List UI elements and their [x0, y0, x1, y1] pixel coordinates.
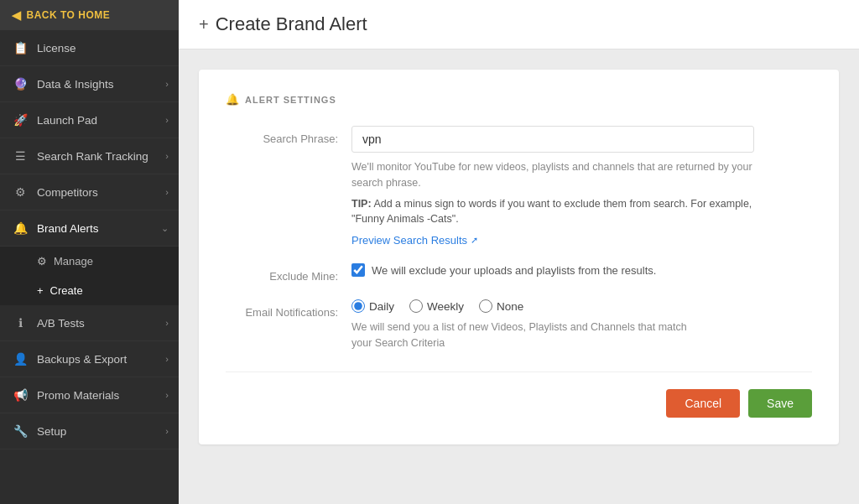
section-title: 🔔 ALERT SETTINGS — [226, 93, 812, 106]
sidebar-item-launch-pad[interactable]: 🚀 Launch Pad › — [0, 102, 179, 138]
preview-link-text: Preview Search Results — [351, 234, 467, 247]
chevron-down-icon: ⌄ — [161, 223, 169, 234]
chevron-right-icon: › — [165, 354, 169, 364]
chevron-right-icon: › — [165, 151, 169, 161]
manage-icon: ⚙ — [37, 255, 47, 268]
chevron-right-icon: › — [165, 115, 169, 125]
preview-search-results-link[interactable]: Preview Search Results ➚ — [351, 234, 478, 247]
email-notifications-label: Email Notifications: — [226, 299, 351, 319]
tip-bold: TIP: — [351, 198, 372, 210]
chevron-right-icon: › — [165, 390, 169, 400]
exclude-mine-row: Exclude Mine: We will exclude your uploa… — [226, 263, 812, 283]
search-phrase-row: Search Phrase: We'll monitor YouTube for… — [226, 126, 812, 247]
search-phrase-label: Search Phrase: — [226, 126, 351, 145]
radio-weekly-option[interactable]: Weekly — [409, 299, 464, 313]
sidebar-sub-item-manage[interactable]: ⚙ Manage — [0, 247, 179, 276]
page-title: Create Brand Alert — [216, 13, 367, 35]
chevron-right-icon: › — [165, 318, 169, 328]
sidebar-item-label: Search Rank Tracking — [37, 150, 148, 163]
exclude-mine-label: Exclude Mine: — [226, 263, 351, 283]
sidebar-item-label: Launch Pad — [37, 114, 97, 127]
sidebar-item-label: Competitors — [37, 186, 98, 199]
search-phrase-input[interactable] — [351, 126, 754, 153]
exclude-mine-checkbox[interactable] — [351, 263, 365, 277]
plus-icon: + — [199, 15, 209, 34]
sidebar: ◀ BACK TO HOME 📋 License 🔮 Data & Insigh… — [0, 0, 179, 504]
back-to-home-label: BACK TO HOME — [27, 9, 111, 21]
sidebar-item-label: A/B Tests — [37, 317, 85, 330]
license-icon: 📋 — [12, 39, 29, 56]
brand-alerts-submenu: ⚙ Manage + Create — [0, 247, 179, 305]
sidebar-item-label: Promo Materials — [37, 389, 119, 402]
sidebar-item-ab-tests[interactable]: ℹ A/B Tests › — [0, 305, 179, 341]
sidebar-item-label: Brand Alerts — [37, 222, 99, 235]
radio-none-option[interactable]: None — [479, 299, 523, 313]
sidebar-sub-item-create[interactable]: + Create — [0, 276, 179, 305]
backups-icon: 👤 — [12, 351, 29, 367]
email-notifications-row: Email Notifications: Daily Weekly — [226, 299, 812, 351]
sidebar-item-label: Data & Insights — [37, 78, 114, 91]
action-row: Cancel Save — [226, 389, 812, 418]
cancel-button[interactable]: Cancel — [666, 389, 740, 418]
back-arrow-icon: ◀ — [12, 8, 22, 22]
radio-daily-option[interactable]: Daily — [351, 299, 394, 313]
alert-settings-icon: 🔔 — [226, 93, 240, 106]
radio-daily-label: Daily — [369, 300, 394, 313]
launch-pad-icon: 🚀 — [12, 112, 29, 128]
data-insights-icon: 🔮 — [12, 75, 29, 92]
sidebar-item-label: License — [37, 42, 76, 55]
main-header: + Create Brand Alert — [179, 0, 859, 49]
tip-content: Add a minus sign to words if you want to… — [351, 198, 752, 226]
search-phrase-helper: We'll monitor YouTube for new videos, pl… — [351, 159, 754, 191]
sidebar-item-search-rank-tracking[interactable]: ☰ Search Rank Tracking › — [0, 138, 179, 174]
competitors-icon: ⚙ — [12, 184, 29, 200]
sidebar-item-brand-alerts[interactable]: 🔔 Brand Alerts ⌄ — [0, 210, 179, 247]
sidebar-item-label: Backups & Export — [37, 353, 127, 366]
back-to-home-button[interactable]: ◀ BACK TO HOME — [0, 0, 179, 30]
chevron-right-icon: › — [165, 187, 169, 197]
search-rank-icon: ☰ — [12, 148, 29, 164]
sidebar-item-data-insights[interactable]: 🔮 Data & Insights › — [0, 66, 179, 102]
sidebar-item-promo-materials[interactable]: 📢 Promo Materials › — [0, 377, 179, 413]
radio-none-label: None — [497, 300, 523, 313]
chevron-right-icon: › — [165, 79, 169, 89]
brand-alerts-icon: 🔔 — [12, 220, 29, 236]
exclude-mine-checkbox-label: We will exclude your uploads and playlis… — [372, 264, 656, 277]
radio-weekly-label: Weekly — [427, 300, 464, 313]
sidebar-item-label: Setup — [37, 425, 66, 438]
main-body: 🔔 ALERT SETTINGS Search Phrase: We'll mo… — [179, 49, 859, 504]
ab-tests-icon: ℹ — [12, 314, 29, 331]
main-content: + Create Brand Alert 🔔 ALERT SETTINGS Se… — [179, 0, 859, 504]
promo-icon: 📢 — [12, 387, 29, 403]
sidebar-item-competitors[interactable]: ⚙ Competitors › — [0, 174, 179, 210]
radio-weekly-input[interactable] — [409, 299, 423, 313]
email-notifications-content: Daily Weekly None We will send you a lis… — [351, 299, 812, 351]
sidebar-item-setup[interactable]: 🔧 Setup › — [0, 413, 179, 449]
tip-text: TIP: Add a minus sign to words if you wa… — [351, 196, 754, 228]
section-title-text: ALERT SETTINGS — [245, 95, 336, 105]
notification-helper-text: We will send you a list of new Videos, P… — [351, 320, 687, 351]
external-link-icon: ➚ — [471, 235, 478, 246]
search-phrase-content: We'll monitor YouTube for new videos, pl… — [351, 126, 812, 247]
chevron-right-icon: › — [165, 426, 169, 436]
sidebar-sub-item-label: Create — [50, 284, 83, 297]
setup-icon: 🔧 — [12, 423, 29, 439]
radio-group: Daily Weekly None — [351, 299, 812, 313]
sidebar-item-backups-export[interactable]: 👤 Backups & Export › — [0, 341, 179, 377]
save-button[interactable]: Save — [748, 389, 812, 418]
radio-none-input[interactable] — [479, 299, 492, 313]
create-icon: + — [37, 284, 44, 297]
exclude-mine-content: We will exclude your uploads and playlis… — [351, 263, 812, 277]
alert-settings-card: 🔔 ALERT SETTINGS Search Phrase: We'll mo… — [199, 70, 839, 444]
sidebar-sub-item-label: Manage — [54, 255, 93, 268]
radio-daily-input[interactable] — [351, 299, 365, 313]
sidebar-item-license[interactable]: 📋 License — [0, 30, 179, 66]
exclude-mine-checkbox-row: We will exclude your uploads and playlis… — [351, 263, 812, 277]
divider — [226, 372, 812, 372]
